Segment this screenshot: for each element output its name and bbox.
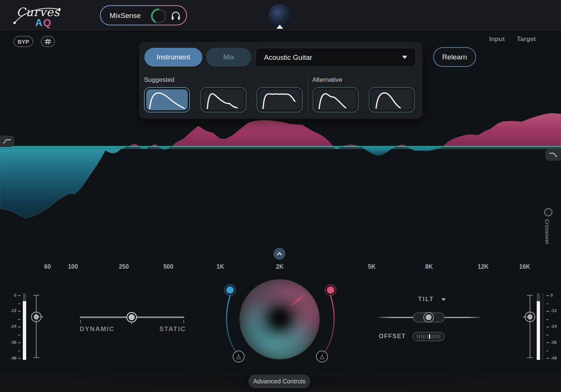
headphones-icon[interactable] (171, 11, 181, 21)
panel-divider (308, 75, 308, 113)
tab-mix-label: Mix (223, 53, 234, 61)
suggested-curve-1-selected[interactable] (144, 87, 190, 112)
dynamic-label: DYNAMIC (80, 325, 114, 333)
freq-tick-500: 500 (163, 263, 174, 270)
db-tick (18, 358, 21, 359)
collapse-controls-button[interactable] (273, 248, 285, 260)
bypass-button[interactable]: BYP (13, 36, 33, 47)
db-tick (546, 358, 549, 359)
db-tick (546, 327, 549, 327)
freq-tick-2k: 2K (276, 263, 283, 270)
slider-end-tick (80, 320, 81, 323)
target-baseline-shadow (0, 148, 561, 149)
freq-tick-250: 250 (119, 263, 129, 270)
db-label: -12 (5, 308, 16, 313)
analysis-sphere-icon[interactable] (268, 4, 291, 27)
suggested-label: Suggested (144, 76, 174, 84)
meter-peak-segment (537, 293, 540, 301)
freq-tick-16k: 16K (519, 263, 530, 270)
morph-orb-texture (239, 279, 320, 359)
low-pass-slope-icon (548, 151, 558, 158)
offset-tick (427, 334, 428, 339)
freq-tick-100: 100 (68, 263, 78, 270)
collapse-header-arrow[interactable] (276, 25, 283, 29)
left-gain-knob[interactable] (31, 312, 42, 322)
offset-tick (419, 334, 420, 339)
high-pass-slope-icon (2, 138, 12, 145)
db-label: -12 (551, 308, 561, 313)
left-reset-button[interactable]: △ (233, 351, 245, 362)
offset-tick (438, 334, 438, 339)
pink-morph-handle[interactable] (326, 285, 335, 295)
db-label: -24 (5, 324, 16, 328)
db-label: 0 (551, 293, 561, 297)
gain-slider-bottom-cap (527, 357, 533, 358)
chevron-down-icon (402, 56, 407, 59)
pink-handle-stem (322, 296, 334, 355)
freq-tick-5k: 5K (368, 263, 375, 270)
offset-tick (432, 334, 432, 339)
grid-view-button[interactable] (41, 36, 55, 47)
tilt-dropdown-caret-icon[interactable] (441, 298, 446, 301)
tilt-label[interactable]: TILT (418, 296, 434, 303)
offset-label: OFFSET (379, 333, 406, 340)
suggested-curve-3[interactable] (257, 87, 303, 112)
advanced-controls-label: Advanced Controls (253, 378, 305, 385)
chevron-up-icon (273, 248, 285, 260)
right-gain-knob-dot (527, 314, 533, 320)
bypass-label: BYP (18, 38, 29, 45)
relearn-label: Relearn (442, 53, 467, 61)
low-cut-slope-button[interactable] (0, 136, 14, 147)
high-cut-slope-button[interactable] (545, 149, 561, 161)
db-label: -48 (551, 356, 561, 360)
mixsense-control[interactable]: MixSense (100, 5, 187, 25)
triangle-icon: △ (236, 353, 241, 360)
db-label: -24 (551, 324, 561, 328)
target-meter-label[interactable]: Target (517, 36, 536, 43)
offset-tick-current (429, 334, 430, 339)
right-gain-slider-track[interactable] (530, 295, 530, 358)
triangle-icon: △ (320, 353, 324, 360)
input-meter-label[interactable]: Input (489, 36, 505, 43)
offset-tick (435, 334, 436, 339)
mixsense-knob[interactable] (150, 7, 167, 25)
blue-morph-handle[interactable] (225, 285, 235, 295)
crossover-toggle[interactable] (544, 208, 552, 216)
dynamic-static-knob[interactable] (126, 312, 137, 322)
offset-tick (417, 334, 418, 339)
static-label: STATIC (152, 325, 186, 333)
tab-mix[interactable]: Mix (206, 48, 251, 67)
db-tick-minor (546, 303, 548, 304)
advanced-controls-button[interactable]: Advanced Controls (248, 374, 310, 388)
tab-instrument-label: Instrument (157, 53, 190, 61)
db-tick-minor (18, 303, 20, 304)
db-tick-minor (546, 351, 548, 351)
db-tick (546, 311, 549, 312)
target-level-meter (542, 293, 544, 361)
offset-stepper[interactable] (413, 332, 445, 341)
morph-orb[interactable] (239, 279, 320, 359)
meter-fill (537, 301, 540, 360)
instrument-profile-dropdown[interactable]: Acoustic Guitar (255, 48, 416, 67)
offset-tick (433, 334, 434, 339)
right-gain-knob[interactable] (525, 312, 535, 322)
db-label: -48 (5, 356, 16, 360)
relearn-button[interactable]: Relearn (433, 47, 476, 67)
right-reset-button[interactable]: △ (316, 351, 328, 362)
alternative-curve-1[interactable] (313, 87, 359, 112)
alternative-curve-2[interactable] (369, 87, 415, 112)
tilt-knob[interactable] (423, 312, 434, 322)
left-gain-knob-dot (34, 314, 39, 320)
left-gain-slider-track[interactable] (36, 295, 37, 358)
db-tick (546, 342, 549, 343)
profile-selected-value: Acoustic Guitar (264, 53, 312, 62)
db-tick (18, 327, 21, 327)
dynamic-static-knob-dot (129, 314, 135, 320)
db-tick (18, 295, 21, 296)
tab-instrument[interactable]: Instrument (144, 48, 202, 67)
suggested-curve-2[interactable] (200, 87, 246, 112)
logo-letter-a: A (35, 17, 43, 28)
target-baseline (0, 146, 561, 147)
db-tick-minor (546, 335, 548, 336)
offset-tick (423, 334, 424, 339)
